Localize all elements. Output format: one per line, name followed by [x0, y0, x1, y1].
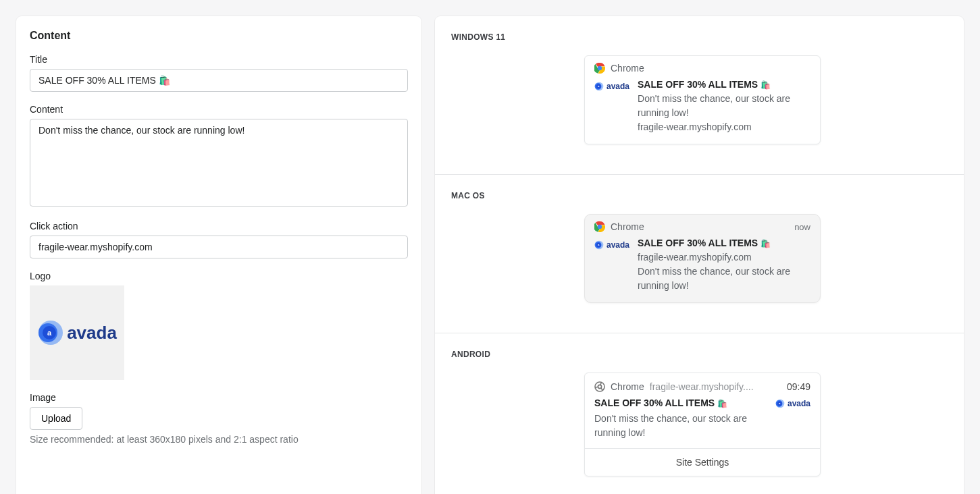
title-label: Title — [30, 54, 408, 65]
click-action-field: Click action — [30, 221, 408, 258]
image-hint: Size recommended: at least 360x180 pixel… — [30, 434, 408, 445]
mac-notif-body: Don't miss the chance, our stock are run… — [638, 265, 810, 293]
logo-brand-text: avada — [67, 323, 117, 344]
content-label: Content — [30, 104, 408, 115]
site-settings-button[interactable]: Site Settings — [585, 448, 820, 476]
windows-notif-body: Don't miss the chance, our stock are run… — [638, 92, 810, 120]
chrome-gray-icon — [594, 381, 605, 392]
android-browser-name: Chrome — [611, 381, 644, 392]
preview-card: WINDOWS 11 Chrome avada — [435, 16, 964, 494]
logo-label: Logo — [30, 271, 408, 281]
android-domain: fragile-wear.myshopify.... — [650, 381, 754, 392]
windows-label: WINDOWS 11 — [451, 32, 948, 42]
title-field: Title — [30, 54, 408, 92]
windows-notif-title: SALE OFF 30% ALL ITEMS — [638, 78, 758, 92]
click-action-input[interactable] — [30, 236, 408, 258]
bags-icon: 🛍️ — [760, 81, 771, 89]
upload-button[interactable]: Upload — [30, 407, 82, 430]
mac-label: MAC OS — [451, 191, 948, 200]
content-form-card: Content Title Content Click action Logo … — [16, 16, 421, 494]
avada-logo-icon: avada — [594, 240, 629, 250]
android-time: 09:49 — [787, 381, 810, 392]
avada-logo-icon: avada — [775, 399, 810, 408]
mac-preview-section: MAC OS Chrome now avada — [435, 175, 964, 333]
mac-notif-title: SALE OFF 30% ALL ITEMS — [638, 236, 758, 250]
chrome-icon — [594, 221, 605, 232]
mac-notification: Chrome now avada SALE OFF 30% ALL — [584, 214, 821, 303]
mac-time: now — [794, 222, 810, 232]
android-preview-section: ANDROID Chrome fragile-wear.myshopify...… — [435, 333, 964, 494]
logo-field: Logo avada — [30, 271, 408, 380]
avada-logo-icon: avada — [594, 82, 629, 91]
mac-notif-domain: fragile-wear.myshopify.com — [638, 250, 810, 265]
android-label: ANDROID — [451, 350, 948, 359]
bags-icon: 🛍️ — [717, 400, 727, 408]
avada-logo-icon: avada — [37, 319, 117, 346]
image-label: Image — [30, 392, 408, 403]
title-input[interactable] — [30, 69, 408, 92]
bags-icon: 🛍️ — [760, 240, 771, 248]
windows-browser-name: Chrome — [611, 63, 644, 74]
windows-preview-section: WINDOWS 11 Chrome avada — [435, 16, 964, 175]
mac-browser-name: Chrome — [611, 221, 644, 232]
windows-notification: Chrome avada SALE OFF 30% ALL ITEMS — [584, 55, 821, 144]
chrome-icon — [594, 63, 605, 74]
windows-notif-domain: fragile-wear.myshopify.com — [638, 120, 810, 134]
content-textarea[interactable] — [30, 119, 408, 207]
section-title: Content — [30, 30, 408, 42]
click-action-label: Click action — [30, 221, 408, 231]
android-notif-title: SALE OFF 30% ALL ITEMS — [594, 396, 715, 410]
android-notif-body: Don't miss the chance, our stock are run… — [594, 412, 767, 440]
logo-preview[interactable]: avada — [30, 285, 124, 380]
content-field: Content — [30, 104, 408, 209]
android-notification: Chrome fragile-wear.myshopify.... 09:49 … — [584, 373, 821, 476]
image-field: Image Upload Size recommended: at least … — [30, 392, 408, 445]
